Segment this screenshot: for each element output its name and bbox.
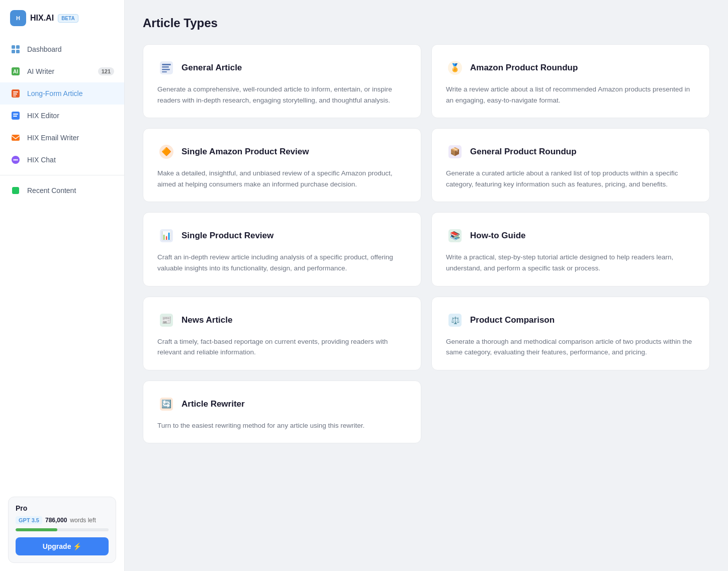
- card-desc: Craft an in-depth review article includi…: [157, 252, 407, 273]
- svg-rect-10: [13, 93, 17, 94]
- empty-placeholder: [431, 380, 710, 444]
- sidebar-bottom: Pro GPT 3.5 786,000 words left Upgrade ⚡: [0, 489, 124, 571]
- card-desc: Make a detailed, insightful, and unbiase…: [157, 168, 407, 189]
- card-title: Article Rewriter: [181, 399, 245, 409]
- hix-editor-icon: [10, 110, 21, 121]
- card-single-amazon-review[interactable]: 🔶 Single Amazon Product Review Make a de…: [143, 128, 421, 202]
- sidebar-item-label: HIX Email Writer: [27, 134, 79, 142]
- long-form-article-icon: [10, 88, 21, 99]
- card-desc: Write a practical, step-by-step tutorial…: [446, 252, 695, 273]
- ai-writer-icon: AI: [10, 66, 21, 77]
- svg-rect-4: [12, 50, 15, 53]
- ai-writer-badge: 121: [98, 67, 114, 75]
- product-comparison-icon: ⚖️: [446, 311, 464, 329]
- card-title: General Article: [181, 63, 242, 73]
- how-to-guide-icon: 📚: [446, 227, 464, 245]
- svg-rect-20: [12, 187, 19, 194]
- svg-text:📦: 📦: [450, 147, 460, 156]
- sidebar-divider: [0, 175, 124, 175]
- svg-text:📚: 📚: [450, 231, 460, 240]
- svg-rect-5: [16, 50, 20, 53]
- sidebar-item-recent-content[interactable]: Recent Content: [0, 179, 124, 202]
- sidebar-item-hix-editor[interactable]: HIX Editor: [0, 105, 124, 127]
- single-amazon-icon: 🔶: [157, 143, 175, 161]
- page-title: Article Types: [143, 16, 710, 30]
- general-article-icon: [157, 59, 175, 77]
- main-content: Article Types General Article Generate a…: [125, 0, 728, 571]
- card-header: 📰 News Article: [157, 311, 407, 329]
- svg-rect-21: [160, 61, 173, 74]
- card-header: General Article: [157, 59, 407, 77]
- svg-rect-24: [162, 69, 170, 70]
- logo-area: H HIX.AI BETA: [0, 0, 124, 34]
- card-title: Product Comparison: [470, 315, 555, 325]
- cards-row-2: 🔶 Single Amazon Product Review Make a de…: [143, 128, 710, 202]
- card-single-product-review[interactable]: 📊 Single Product Review Craft an in-dept…: [143, 212, 421, 286]
- card-amazon-product-roundup[interactable]: 🏅 Amazon Product Roundup Write a review …: [431, 44, 710, 118]
- card-news-article[interactable]: 📰 News Article Craft a timely, fact-base…: [143, 297, 421, 370]
- logo-text: HIX.AI: [30, 14, 54, 23]
- svg-text:⚖️: ⚖️: [451, 316, 460, 325]
- card-header: 🔄 Article Rewriter: [157, 395, 407, 413]
- dashboard-icon: [10, 44, 21, 55]
- recent-content-icon: [10, 185, 21, 196]
- sidebar-item-label: Recent Content: [27, 186, 76, 195]
- cards-row-3: 📊 Single Product Review Craft an in-dept…: [143, 212, 710, 286]
- svg-rect-9: [13, 91, 18, 92]
- card-title: How-to Guide: [470, 231, 525, 241]
- card-general-article[interactable]: General Article Generate a comprehensive…: [143, 44, 421, 118]
- pro-card: Pro GPT 3.5 786,000 words left Upgrade ⚡: [8, 497, 116, 563]
- pro-label: Pro: [16, 504, 109, 512]
- card-desc: Turn to the easiest rewriting method for…: [157, 420, 407, 431]
- svg-rect-2: [12, 45, 15, 49]
- amazon-roundup-icon: 🏅: [446, 59, 464, 77]
- logo-beta: BETA: [58, 14, 78, 23]
- card-title: Amazon Product Roundup: [470, 63, 578, 73]
- svg-point-19: [17, 159, 18, 161]
- svg-text:🔄: 🔄: [161, 399, 171, 409]
- svg-point-17: [14, 159, 15, 161]
- sidebar-item-hix-chat[interactable]: HIX Chat: [0, 149, 124, 171]
- sidebar-item-ai-writer[interactable]: AI AI Writer 121: [0, 60, 124, 82]
- hix-email-writer-icon: [10, 132, 21, 143]
- svg-text:📰: 📰: [161, 315, 171, 325]
- card-article-rewriter[interactable]: 🔄 Article Rewriter Turn to the easiest r…: [143, 380, 421, 444]
- progress-fill: [16, 528, 57, 531]
- card-title: Single Product Review: [181, 231, 274, 241]
- sidebar: H HIX.AI BETA Dashboard AI AI Writer 121: [0, 0, 125, 571]
- card-header: 🔶 Single Amazon Product Review: [157, 143, 407, 161]
- card-header: 📚 How-to Guide: [446, 227, 695, 245]
- words-count: 786,000: [45, 517, 67, 524]
- sidebar-nav: Dashboard AI AI Writer 121 Long-Form Art…: [0, 34, 124, 489]
- card-general-product-roundup[interactable]: 📦 General Product Roundup Generate a cur…: [431, 128, 710, 202]
- svg-rect-25: [162, 71, 167, 72]
- logo-icon: H: [10, 10, 26, 26]
- sidebar-item-label: Dashboard: [27, 45, 62, 53]
- card-desc: Craft a timely, fact-based reportage on …: [157, 336, 407, 358]
- words-suffix: words left: [70, 517, 96, 524]
- cards-row-1: General Article Generate a comprehensive…: [143, 44, 710, 118]
- sidebar-item-long-form-article[interactable]: Long-Form Article: [0, 82, 124, 105]
- sidebar-item-hix-email-writer[interactable]: HIX Email Writer: [0, 127, 124, 149]
- card-header: 📦 General Product Roundup: [446, 143, 695, 161]
- svg-rect-23: [162, 66, 169, 68]
- sidebar-item-dashboard[interactable]: Dashboard: [0, 38, 124, 60]
- upgrade-button[interactable]: Upgrade ⚡: [16, 537, 109, 555]
- sidebar-item-label: HIX Editor: [27, 112, 59, 120]
- svg-text:H: H: [16, 15, 20, 21]
- card-desc: Generate a curated article about a ranke…: [446, 168, 695, 189]
- cards-row-4: 📰 News Article Craft a timely, fact-base…: [143, 297, 710, 370]
- svg-rect-22: [162, 64, 171, 65]
- card-title: General Product Roundup: [470, 147, 577, 157]
- svg-text:AI: AI: [13, 69, 18, 74]
- general-product-roundup-icon: 📦: [446, 143, 464, 161]
- gpt-badge: GPT 3.5: [16, 516, 42, 524]
- svg-rect-14: [13, 116, 17, 117]
- svg-point-18: [15, 159, 17, 161]
- sidebar-item-label: Long-Form Article: [27, 89, 82, 98]
- cards-row-5: 🔄 Article Rewriter Turn to the easiest r…: [143, 380, 710, 444]
- card-product-comparison[interactable]: ⚖️ Product Comparison Generate a thoroug…: [431, 297, 710, 370]
- card-how-to-guide[interactable]: 📚 How-to Guide Write a practical, step-b…: [431, 212, 710, 286]
- svg-text:🔶: 🔶: [161, 147, 171, 156]
- news-article-icon: 📰: [157, 311, 175, 329]
